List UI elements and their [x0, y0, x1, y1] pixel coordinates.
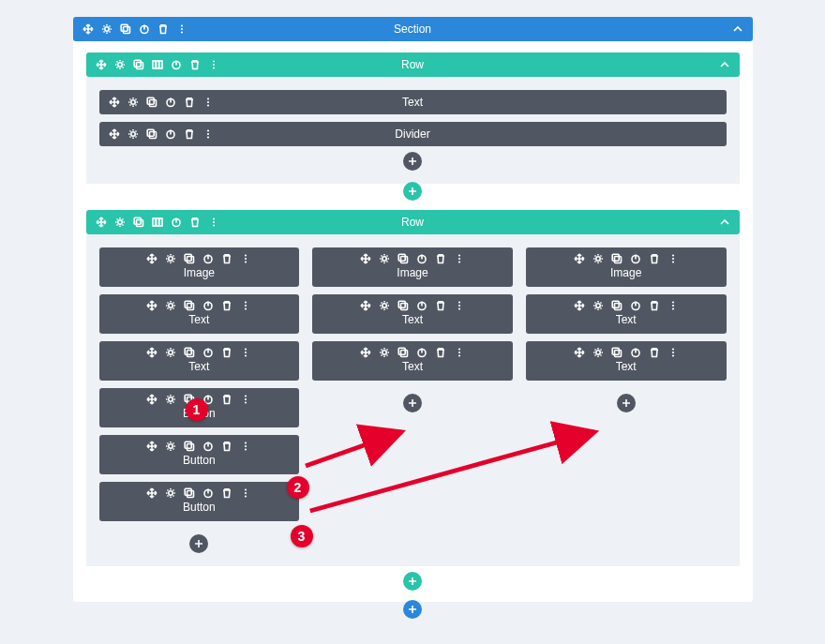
module-block-text[interactable]: Text	[312, 294, 513, 334]
power-icon[interactable]	[416, 253, 428, 264]
duplicate-icon[interactable]	[611, 300, 622, 311]
module-block-image[interactable]: Image	[99, 247, 300, 287]
add-row-button[interactable]	[403, 182, 422, 201]
gear-icon[interactable]	[165, 394, 176, 405]
more-icon[interactable]	[668, 253, 679, 264]
gear-icon[interactable]	[114, 217, 126, 228]
trash-icon[interactable]	[649, 347, 660, 358]
more-icon[interactable]	[454, 253, 465, 264]
gear-icon[interactable]	[165, 253, 176, 264]
power-icon[interactable]	[630, 300, 641, 311]
trash-icon[interactable]	[184, 97, 195, 108]
duplicate-icon[interactable]	[133, 59, 144, 70]
more-icon[interactable]	[240, 253, 251, 264]
trash-icon[interactable]	[221, 253, 232, 264]
move-icon[interactable]	[360, 300, 371, 311]
module-block-text[interactable]: Text	[526, 341, 727, 381]
more-icon[interactable]	[240, 394, 251, 405]
section-bar[interactable]: Section	[73, 17, 753, 41]
chevron-up-icon[interactable]	[732, 23, 743, 35]
more-icon[interactable]	[202, 128, 214, 140]
module-block-text[interactable]: Text	[99, 341, 300, 381]
more-icon[interactable]	[176, 23, 188, 35]
power-icon[interactable]	[630, 253, 641, 264]
trash-icon[interactable]	[649, 253, 660, 264]
gear-icon[interactable]	[128, 128, 139, 140]
duplicate-icon[interactable]	[611, 253, 622, 264]
duplicate-icon[interactable]	[184, 253, 195, 264]
module-bar-text[interactable]: Text	[99, 90, 727, 114]
trash-icon[interactable]	[435, 253, 446, 264]
duplicate-icon[interactable]	[184, 300, 195, 311]
row-bar[interactable]: Row	[86, 210, 740, 234]
trash-icon[interactable]	[221, 347, 232, 358]
module-block-button[interactable]: Button	[99, 482, 300, 521]
duplicate-icon[interactable]	[398, 253, 409, 264]
add-module-button[interactable]	[617, 394, 636, 412]
more-icon[interactable]	[240, 300, 251, 311]
move-icon[interactable]	[574, 300, 585, 311]
duplicate-icon[interactable]	[146, 128, 158, 140]
trash-icon[interactable]	[649, 300, 660, 311]
power-icon[interactable]	[202, 253, 214, 264]
module-block-text[interactable]: Text	[526, 294, 727, 334]
gear-icon[interactable]	[379, 300, 390, 311]
columns-icon[interactable]	[152, 217, 163, 228]
columns-icon[interactable]	[152, 59, 163, 70]
power-icon[interactable]	[202, 487, 214, 499]
move-icon[interactable]	[146, 394, 158, 405]
duplicate-icon[interactable]	[611, 347, 622, 358]
module-bar-divider[interactable]: Divider	[99, 122, 727, 146]
duplicate-icon[interactable]	[398, 300, 409, 311]
trash-icon[interactable]	[221, 441, 232, 452]
power-icon[interactable]	[171, 59, 182, 70]
more-icon[interactable]	[240, 347, 251, 358]
move-icon[interactable]	[574, 253, 585, 264]
more-icon[interactable]	[208, 59, 219, 70]
trash-icon[interactable]	[221, 487, 232, 499]
gear-icon[interactable]	[592, 347, 604, 358]
move-icon[interactable]	[109, 97, 120, 108]
power-icon[interactable]	[202, 300, 214, 311]
duplicate-icon[interactable]	[184, 347, 195, 358]
duplicate-icon[interactable]	[184, 441, 195, 452]
power-icon[interactable]	[165, 128, 176, 140]
gear-icon[interactable]	[128, 97, 139, 108]
power-icon[interactable]	[416, 300, 428, 311]
trash-icon[interactable]	[221, 300, 232, 311]
move-icon[interactable]	[82, 23, 94, 35]
move-icon[interactable]	[146, 300, 158, 311]
more-icon[interactable]	[668, 300, 679, 311]
row-bar[interactable]: Row	[86, 52, 740, 77]
duplicate-icon[interactable]	[184, 487, 195, 499]
gear-icon[interactable]	[379, 347, 390, 358]
duplicate-icon[interactable]	[133, 217, 144, 228]
trash-icon[interactable]	[221, 394, 232, 405]
more-icon[interactable]	[208, 217, 219, 228]
module-block-text[interactable]: Text	[312, 341, 513, 381]
power-icon[interactable]	[416, 347, 428, 358]
trash-icon[interactable]	[189, 217, 201, 228]
trash-icon[interactable]	[184, 128, 195, 140]
gear-icon[interactable]	[101, 23, 112, 35]
gear-icon[interactable]	[592, 253, 604, 264]
more-icon[interactable]	[240, 441, 251, 452]
power-icon[interactable]	[202, 441, 214, 452]
move-icon[interactable]	[146, 347, 158, 358]
move-icon[interactable]	[574, 347, 585, 358]
more-icon[interactable]	[454, 347, 465, 358]
power-icon[interactable]	[165, 97, 176, 108]
move-icon[interactable]	[360, 347, 371, 358]
more-icon[interactable]	[668, 347, 679, 358]
trash-icon[interactable]	[158, 23, 169, 35]
chevron-up-icon[interactable]	[719, 217, 730, 228]
add-module-button[interactable]	[403, 152, 422, 171]
gear-icon[interactable]	[165, 487, 176, 499]
module-block-image[interactable]: Image	[312, 247, 513, 287]
more-icon[interactable]	[202, 97, 214, 108]
more-icon[interactable]	[240, 487, 251, 499]
gear-icon[interactable]	[114, 59, 126, 70]
gear-icon[interactable]	[165, 441, 176, 452]
duplicate-icon[interactable]	[146, 97, 158, 108]
add-section-button[interactable]	[403, 600, 422, 619]
